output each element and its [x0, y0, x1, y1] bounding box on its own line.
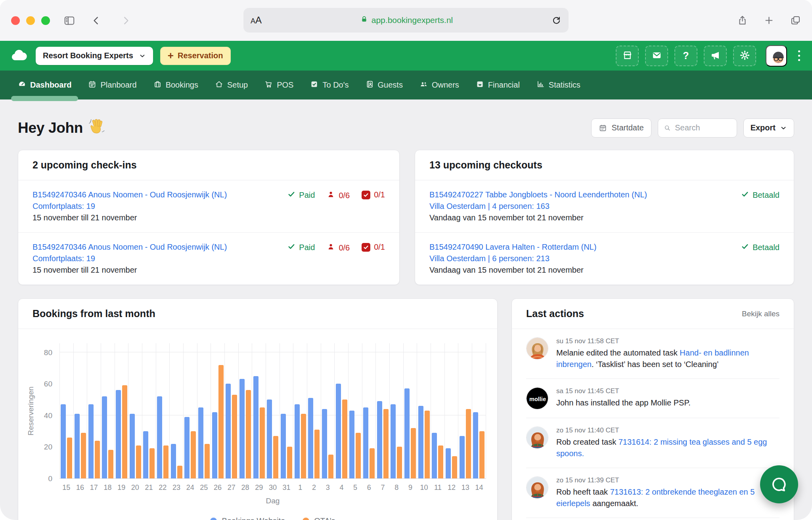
tasks-count: 0/1 [374, 190, 385, 199]
x-axis-tick: 13 [458, 484, 472, 492]
bookings-website-bar [349, 411, 354, 478]
booking-link[interactable]: B15492470490 Lavera Halten - Rotterdam (… [429, 241, 596, 253]
paid-label: Betaald [753, 243, 779, 252]
gear-button[interactable] [733, 46, 756, 66]
nav-item-bookings[interactable]: Bookings [145, 71, 207, 99]
mail-button[interactable] [645, 46, 668, 66]
shop-icon [622, 50, 633, 62]
bar-group-day-2 [307, 343, 321, 478]
booking-link[interactable]: B15492470227 Tabbe Jongbloets - Noord Le… [429, 189, 647, 201]
nav-item-to-do-s[interactable]: To Do's [302, 71, 357, 99]
more-options-icon[interactable] [796, 48, 802, 63]
bar-group-day-15 [59, 343, 73, 478]
new-reservation-button[interactable]: + Reservation [160, 47, 231, 65]
shop-button[interactable] [616, 46, 639, 66]
booking-link[interactable]: B15492470346 Anous Noomen - Oud Roosjenw… [33, 241, 227, 253]
booking-dates: Vandaag van 15 november tot 21 november [429, 264, 596, 276]
bar-group-day-13 [458, 343, 472, 478]
bar-group-day-12 [444, 343, 458, 478]
nav-item-financial[interactable]: Financial [467, 71, 528, 99]
browser-toolbar: AA app.bookingexperts.nl [0, 0, 812, 41]
booking-link-secondary[interactable]: Villa Oesterdam | 6 personen: 213 [429, 253, 596, 264]
check-square-icon [310, 80, 318, 90]
ota-s-bar [411, 428, 416, 478]
ota-s-bar [383, 409, 389, 478]
x-axis-tick: 2 [307, 484, 321, 492]
svg-text:mollie: mollie [529, 396, 546, 402]
organisation-switcher[interactable]: Resort Booking Experts [36, 47, 153, 65]
megaphone-icon [710, 50, 721, 62]
tab-overview-icon[interactable] [790, 15, 801, 26]
booking-statuses: Paid0/60/1 [287, 189, 385, 224]
bar-group-day-6 [362, 343, 376, 478]
nav-item-label: Dashboard [30, 80, 71, 90]
bookings-website-bar [61, 404, 66, 478]
nav-item-statistics[interactable]: Statistics [528, 71, 589, 99]
share-icon[interactable] [737, 15, 748, 26]
search-field[interactable] [658, 119, 737, 138]
zoom-window-button[interactable] [41, 16, 50, 25]
reader-options-button[interactable]: AA [251, 15, 262, 26]
help-button[interactable]: ? [674, 46, 697, 66]
wave-emoji [88, 118, 105, 138]
gauge-icon [18, 80, 26, 90]
ota-s-bar [342, 400, 347, 478]
booking-link-secondary[interactable]: Comfortplaats: 19 [33, 253, 227, 264]
ota-s-bar [108, 450, 113, 478]
bar-group-day-20 [128, 343, 142, 478]
ota-s-bar [287, 447, 292, 478]
booking-link[interactable]: B15492470346 Anous Noomen - Oud Roosjenw… [33, 189, 227, 201]
user-avatar-button[interactable] [766, 45, 787, 67]
bar-group-day-28 [238, 343, 252, 478]
bar-group-day-17 [87, 343, 101, 478]
close-window-button[interactable] [11, 16, 20, 25]
reload-icon[interactable] [552, 15, 561, 25]
plus-icon: + [168, 50, 174, 61]
bookings-website-bar [377, 401, 382, 478]
new-tab-icon[interactable] [764, 15, 774, 26]
nav-item-setup[interactable]: Setup [207, 71, 256, 99]
ota-s-bar [149, 448, 155, 478]
x-axis-tick: 3 [321, 484, 335, 492]
view-all-link[interactable]: Bekijk alles [742, 310, 779, 318]
booking-link-secondary[interactable]: Villa Oesterdam | 4 personen: 163 [429, 201, 647, 212]
gear-icon [739, 50, 750, 62]
y-axis-tick: 40 [29, 411, 52, 420]
nav-item-pos[interactable]: POS [256, 71, 302, 99]
bar-group-day-30 [266, 343, 280, 478]
kebab-dot [798, 50, 800, 52]
x-axis-tick: 6 [362, 484, 376, 492]
persons-status: 0/6 [327, 190, 350, 201]
bookings-website-bar [184, 417, 190, 478]
nav-item-guests[interactable]: Guests [357, 71, 411, 99]
tasks-status: 0/1 [362, 243, 385, 252]
paid-status: Paid [287, 190, 315, 200]
nav-item-dashboard[interactable]: Dashboard [10, 71, 80, 99]
address-bar[interactable]: AA app.bookingexperts.nl [243, 8, 569, 32]
nav-item-label: POS [277, 80, 293, 90]
nav-item-owners[interactable]: Owners [411, 71, 467, 99]
chat-widget-button[interactable] [760, 465, 798, 503]
action-timestamp: zo 15 nov 11:39 CET [556, 476, 779, 484]
main-nav: DashboardPlanboardBookingsSetupPOSTo Do'… [0, 71, 812, 99]
x-axis-tick: 19 [115, 484, 128, 492]
megaphone-button[interactable] [704, 46, 727, 66]
forward-icon[interactable] [121, 15, 131, 26]
nav-item-label: Planboard [100, 80, 136, 90]
back-icon[interactable] [91, 15, 102, 26]
bar-group-day-26 [211, 343, 224, 478]
action-item: zo 15 nov 10:10 CETSandra heeft taak 713… [526, 518, 779, 520]
nav-item-label: Bookings [166, 80, 198, 90]
y-axis-tick: 80 [29, 348, 52, 357]
nav-item-planboard[interactable]: Planboard [80, 71, 145, 99]
booking-info: B15492470346 Anous Noomen - Oud Roosjenw… [33, 241, 227, 276]
booking-link-secondary[interactable]: Comfortplaats: 19 [33, 201, 227, 212]
sidebar-icon[interactable] [63, 15, 75, 27]
export-label: Export [751, 123, 776, 132]
export-button[interactable]: Export [743, 119, 794, 138]
search-input[interactable] [674, 123, 731, 133]
startdate-button[interactable]: Startdate [591, 119, 651, 138]
minimize-window-button[interactable] [26, 16, 35, 25]
bar-group-day-31 [280, 343, 293, 478]
checkins-title: 2 upcoming check-ins [18, 150, 399, 180]
